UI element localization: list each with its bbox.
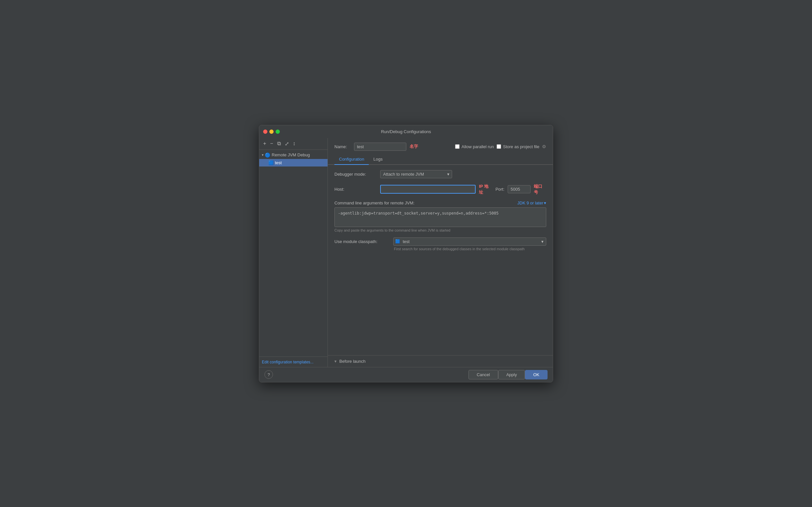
host-annotation: IP 地址 [479,183,492,195]
host-port-row: Host: IP 地址 Port: 端口号 [334,183,546,195]
allow-parallel-label: Allow parallel run [461,144,494,149]
jdk-link-text: JDK 9 or later [517,201,543,206]
allow-parallel-checkbox-label[interactable]: Allow parallel run [455,144,494,149]
allow-parallel-checkbox[interactable] [455,144,459,149]
host-input[interactable] [380,185,476,193]
tab-configuration[interactable]: Configuration [334,154,369,165]
title-bar: Run/Debug Configurations [259,125,553,138]
cmd-args-hint: Copy and paste the arguments to the comm… [334,228,546,232]
tabs: Configuration Logs [328,154,553,165]
debugger-mode-select-wrapper: Attach to remote JVM Listen to remote JV… [380,170,452,178]
config-panel: Debugger mode: Attach to remote JVM List… [328,165,553,355]
debugger-mode-row: Debugger mode: Attach to remote JVM List… [334,170,546,178]
before-launch-label: Before launch [339,359,366,364]
tab-logs-label: Logs [373,157,382,162]
sidebar-group-remote-jvm[interactable]: ▾ 🔵 Remote JVM Debug [259,151,327,159]
store-project-checkbox-label[interactable]: Store as project file [497,144,539,149]
sidebar: + − ⧉ ⤢ ↕ ▾ 🔵 Remote JVM Debug 🟦 test Ed… [259,138,328,367]
apply-button[interactable]: Apply [498,370,525,380]
sidebar-group-label: Remote JVM Debug [272,153,310,157]
help-icon: ? [267,372,270,377]
name-label: Name: [334,144,351,149]
sidebar-toolbar: + − ⧉ ⤢ ↕ [259,138,327,150]
dialog-footer: ? Cancel Apply OK [259,367,553,382]
sidebar-footer: Edit configuration templates... [259,356,327,367]
port-annotation: 端口号 [534,183,546,195]
host-label: Host: [334,187,377,192]
sidebar-item-label: test [275,160,282,165]
name-row: Name: 名字 Allow parallel run Store as pro… [328,138,553,154]
module-classpath-label: Use module classpath: [334,239,390,244]
module-select-wrapper: 🟦 test [393,237,546,246]
jdk-chevron-icon: ▾ [544,201,546,206]
run-debug-dialog: Run/Debug Configurations + − ⧉ ⤢ ↕ ▾ 🔵 R… [259,125,553,382]
name-input[interactable] [354,143,406,151]
debugger-mode-select[interactable]: Attach to remote JVM Listen to remote JV… [380,170,452,178]
before-launch-arrow-icon: ▾ [334,359,337,364]
cmd-args-label: Command line arguments for remote JVM: [334,201,415,206]
dialog-content: + − ⧉ ⤢ ↕ ▾ 🔵 Remote JVM Debug 🟦 test Ed… [259,138,553,367]
remove-config-button[interactable]: − [269,140,274,148]
jdk-link[interactable]: JDK 9 or later ▾ [517,201,546,206]
store-project-checkbox[interactable] [497,144,501,149]
store-project-label: Store as project file [503,144,539,149]
port-label: Port: [496,187,504,192]
copy-config-button[interactable]: ⧉ [276,140,282,148]
module-folder-icon: 🟦 [395,239,400,244]
module-classpath-row: Use module classpath: 🟦 test [334,237,546,246]
cmd-args-box: -agentlib:jdwp=transport=dt_socket,serve… [334,207,546,227]
tree-collapse-arrow: ▾ [262,153,263,157]
maximize-button[interactable] [275,129,280,134]
port-input[interactable] [508,185,530,193]
help-button[interactable]: ? [264,370,273,379]
minimize-button[interactable] [269,129,273,134]
traffic-lights [263,129,280,134]
tab-logs[interactable]: Logs [369,154,387,165]
cmd-args-header: Command line arguments for remote JVM: J… [334,201,546,206]
sidebar-item-test[interactable]: 🟦 test [259,159,327,167]
dialog-title: Run/Debug Configurations [381,129,431,134]
module-classpath-select[interactable]: test [393,237,546,246]
edit-templates-link[interactable]: Edit configuration templates... [262,360,313,364]
sidebar-tree: ▾ 🔵 Remote JVM Debug 🟦 test [259,150,327,356]
main-panel: Name: 名字 Allow parallel run Store as pro… [328,138,553,367]
debug-item-icon: 🟦 [268,160,273,165]
gear-icon[interactable]: ⚙ [542,144,546,149]
folder-icon: 🔵 [265,153,270,158]
name-annotation: 名字 [410,144,418,150]
tab-configuration-label: Configuration [339,157,364,162]
module-classpath-hint: First search for sources of the debugged… [394,247,546,251]
sort-config-button[interactable]: ↕ [292,140,297,148]
move-config-button[interactable]: ⤢ [284,140,290,148]
checkboxes-row: Allow parallel run Store as project file… [455,144,546,149]
ok-button[interactable]: OK [525,370,548,380]
cancel-button[interactable]: Cancel [469,370,498,380]
debugger-mode-label: Debugger mode: [334,172,377,177]
add-config-button[interactable]: + [262,140,267,148]
close-button[interactable] [263,129,267,134]
before-launch-section[interactable]: ▾ Before launch [328,355,553,367]
cmd-args-section: Command line arguments for remote JVM: J… [334,201,546,232]
